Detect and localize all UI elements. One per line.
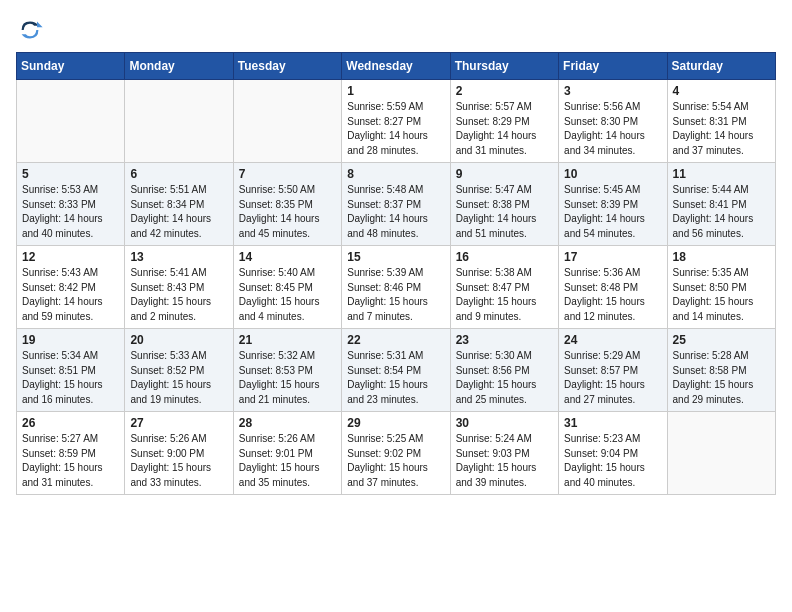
calendar-cell: [17, 80, 125, 163]
day-number: 24: [564, 333, 661, 347]
day-info: Sunrise: 5:24 AM Sunset: 9:03 PM Dayligh…: [456, 432, 553, 490]
weekday-header: Saturday: [667, 53, 775, 80]
day-number: 16: [456, 250, 553, 264]
weekday-header: Wednesday: [342, 53, 450, 80]
day-info: Sunrise: 5:45 AM Sunset: 8:39 PM Dayligh…: [564, 183, 661, 241]
day-number: 27: [130, 416, 227, 430]
weekday-header: Thursday: [450, 53, 558, 80]
day-info: Sunrise: 5:57 AM Sunset: 8:29 PM Dayligh…: [456, 100, 553, 158]
calendar-cell: 17Sunrise: 5:36 AM Sunset: 8:48 PM Dayli…: [559, 246, 667, 329]
day-number: 10: [564, 167, 661, 181]
day-info: Sunrise: 5:25 AM Sunset: 9:02 PM Dayligh…: [347, 432, 444, 490]
calendar-week-row: 26Sunrise: 5:27 AM Sunset: 8:59 PM Dayli…: [17, 412, 776, 495]
calendar-cell: 28Sunrise: 5:26 AM Sunset: 9:01 PM Dayli…: [233, 412, 341, 495]
day-number: 17: [564, 250, 661, 264]
day-info: Sunrise: 5:26 AM Sunset: 9:00 PM Dayligh…: [130, 432, 227, 490]
calendar-cell: 2Sunrise: 5:57 AM Sunset: 8:29 PM Daylig…: [450, 80, 558, 163]
day-info: Sunrise: 5:36 AM Sunset: 8:48 PM Dayligh…: [564, 266, 661, 324]
calendar-cell: 14Sunrise: 5:40 AM Sunset: 8:45 PM Dayli…: [233, 246, 341, 329]
day-info: Sunrise: 5:30 AM Sunset: 8:56 PM Dayligh…: [456, 349, 553, 407]
day-number: 14: [239, 250, 336, 264]
day-number: 18: [673, 250, 770, 264]
calendar-week-row: 12Sunrise: 5:43 AM Sunset: 8:42 PM Dayli…: [17, 246, 776, 329]
weekday-header: Sunday: [17, 53, 125, 80]
day-info: Sunrise: 5:43 AM Sunset: 8:42 PM Dayligh…: [22, 266, 119, 324]
day-number: 23: [456, 333, 553, 347]
day-info: Sunrise: 5:28 AM Sunset: 8:58 PM Dayligh…: [673, 349, 770, 407]
calendar-cell: 13Sunrise: 5:41 AM Sunset: 8:43 PM Dayli…: [125, 246, 233, 329]
day-number: 22: [347, 333, 444, 347]
calendar-week-row: 19Sunrise: 5:34 AM Sunset: 8:51 PM Dayli…: [17, 329, 776, 412]
day-number: 20: [130, 333, 227, 347]
day-number: 11: [673, 167, 770, 181]
day-number: 8: [347, 167, 444, 181]
day-number: 2: [456, 84, 553, 98]
day-info: Sunrise: 5:33 AM Sunset: 8:52 PM Dayligh…: [130, 349, 227, 407]
calendar-cell: 25Sunrise: 5:28 AM Sunset: 8:58 PM Dayli…: [667, 329, 775, 412]
calendar-cell: 15Sunrise: 5:39 AM Sunset: 8:46 PM Dayli…: [342, 246, 450, 329]
logo-icon: [16, 16, 44, 44]
day-info: Sunrise: 5:47 AM Sunset: 8:38 PM Dayligh…: [456, 183, 553, 241]
day-info: Sunrise: 5:40 AM Sunset: 8:45 PM Dayligh…: [239, 266, 336, 324]
page-header: [16, 16, 776, 44]
day-number: 26: [22, 416, 119, 430]
day-number: 6: [130, 167, 227, 181]
day-number: 19: [22, 333, 119, 347]
calendar-cell: 30Sunrise: 5:24 AM Sunset: 9:03 PM Dayli…: [450, 412, 558, 495]
calendar-week-row: 5Sunrise: 5:53 AM Sunset: 8:33 PM Daylig…: [17, 163, 776, 246]
day-number: 12: [22, 250, 119, 264]
weekday-header-row: SundayMondayTuesdayWednesdayThursdayFrid…: [17, 53, 776, 80]
day-info: Sunrise: 5:27 AM Sunset: 8:59 PM Dayligh…: [22, 432, 119, 490]
calendar-cell: [125, 80, 233, 163]
day-number: 28: [239, 416, 336, 430]
calendar-cell: 24Sunrise: 5:29 AM Sunset: 8:57 PM Dayli…: [559, 329, 667, 412]
calendar-cell: 12Sunrise: 5:43 AM Sunset: 8:42 PM Dayli…: [17, 246, 125, 329]
day-info: Sunrise: 5:38 AM Sunset: 8:47 PM Dayligh…: [456, 266, 553, 324]
day-info: Sunrise: 5:48 AM Sunset: 8:37 PM Dayligh…: [347, 183, 444, 241]
calendar-cell: 29Sunrise: 5:25 AM Sunset: 9:02 PM Dayli…: [342, 412, 450, 495]
calendar-cell: 20Sunrise: 5:33 AM Sunset: 8:52 PM Dayli…: [125, 329, 233, 412]
weekday-header: Friday: [559, 53, 667, 80]
day-info: Sunrise: 5:51 AM Sunset: 8:34 PM Dayligh…: [130, 183, 227, 241]
day-number: 1: [347, 84, 444, 98]
calendar-cell: 11Sunrise: 5:44 AM Sunset: 8:41 PM Dayli…: [667, 163, 775, 246]
weekday-header: Monday: [125, 53, 233, 80]
day-info: Sunrise: 5:59 AM Sunset: 8:27 PM Dayligh…: [347, 100, 444, 158]
calendar-cell: 31Sunrise: 5:23 AM Sunset: 9:04 PM Dayli…: [559, 412, 667, 495]
logo: [16, 16, 48, 44]
day-info: Sunrise: 5:23 AM Sunset: 9:04 PM Dayligh…: [564, 432, 661, 490]
day-number: 7: [239, 167, 336, 181]
calendar-cell: 10Sunrise: 5:45 AM Sunset: 8:39 PM Dayli…: [559, 163, 667, 246]
calendar-week-row: 1Sunrise: 5:59 AM Sunset: 8:27 PM Daylig…: [17, 80, 776, 163]
day-info: Sunrise: 5:34 AM Sunset: 8:51 PM Dayligh…: [22, 349, 119, 407]
day-number: 21: [239, 333, 336, 347]
day-info: Sunrise: 5:29 AM Sunset: 8:57 PM Dayligh…: [564, 349, 661, 407]
calendar-cell: 27Sunrise: 5:26 AM Sunset: 9:00 PM Dayli…: [125, 412, 233, 495]
day-info: Sunrise: 5:41 AM Sunset: 8:43 PM Dayligh…: [130, 266, 227, 324]
day-info: Sunrise: 5:53 AM Sunset: 8:33 PM Dayligh…: [22, 183, 119, 241]
day-info: Sunrise: 5:35 AM Sunset: 8:50 PM Dayligh…: [673, 266, 770, 324]
calendar-cell: 26Sunrise: 5:27 AM Sunset: 8:59 PM Dayli…: [17, 412, 125, 495]
day-info: Sunrise: 5:26 AM Sunset: 9:01 PM Dayligh…: [239, 432, 336, 490]
day-info: Sunrise: 5:50 AM Sunset: 8:35 PM Dayligh…: [239, 183, 336, 241]
calendar-cell: 22Sunrise: 5:31 AM Sunset: 8:54 PM Dayli…: [342, 329, 450, 412]
calendar-cell: 4Sunrise: 5:54 AM Sunset: 8:31 PM Daylig…: [667, 80, 775, 163]
day-number: 3: [564, 84, 661, 98]
day-number: 30: [456, 416, 553, 430]
calendar-cell: 8Sunrise: 5:48 AM Sunset: 8:37 PM Daylig…: [342, 163, 450, 246]
calendar-cell: [667, 412, 775, 495]
day-info: Sunrise: 5:44 AM Sunset: 8:41 PM Dayligh…: [673, 183, 770, 241]
day-info: Sunrise: 5:32 AM Sunset: 8:53 PM Dayligh…: [239, 349, 336, 407]
weekday-header: Tuesday: [233, 53, 341, 80]
day-number: 13: [130, 250, 227, 264]
day-info: Sunrise: 5:56 AM Sunset: 8:30 PM Dayligh…: [564, 100, 661, 158]
calendar-cell: 18Sunrise: 5:35 AM Sunset: 8:50 PM Dayli…: [667, 246, 775, 329]
calendar-cell: 6Sunrise: 5:51 AM Sunset: 8:34 PM Daylig…: [125, 163, 233, 246]
day-number: 29: [347, 416, 444, 430]
calendar-cell: 5Sunrise: 5:53 AM Sunset: 8:33 PM Daylig…: [17, 163, 125, 246]
day-number: 31: [564, 416, 661, 430]
day-info: Sunrise: 5:39 AM Sunset: 8:46 PM Dayligh…: [347, 266, 444, 324]
day-number: 9: [456, 167, 553, 181]
day-number: 5: [22, 167, 119, 181]
calendar-cell: 9Sunrise: 5:47 AM Sunset: 8:38 PM Daylig…: [450, 163, 558, 246]
